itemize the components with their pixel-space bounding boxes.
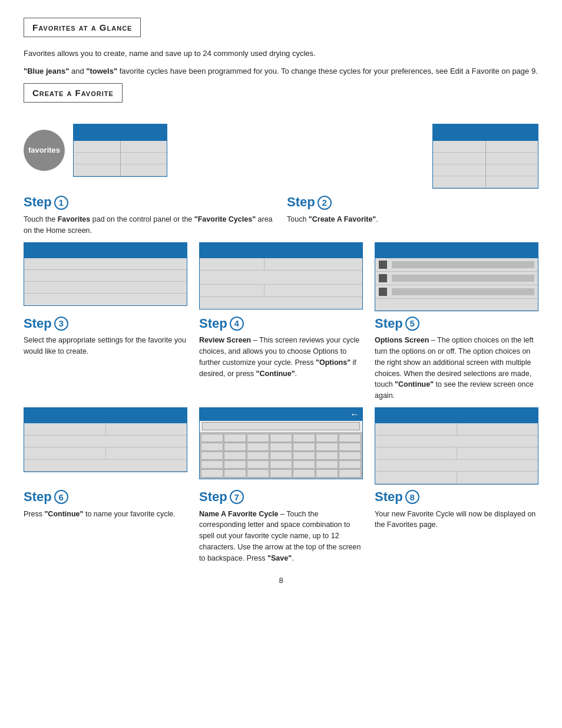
key [270, 469, 292, 477]
key [224, 443, 246, 451]
screen-top-bar: ← [200, 408, 362, 421]
table-row-plain-2 [24, 460, 187, 472]
favorites-icon: favorites [24, 130, 65, 171]
key [201, 460, 223, 469]
intro-paragraph-2: "Blue jeans" and "towels" favorite cycle… [24, 65, 538, 77]
key [224, 469, 246, 477]
key [339, 443, 361, 451]
table-row-3 [375, 472, 538, 484]
table-row-1 [24, 423, 187, 436]
step8-desc: Your new Favorite Cycle will now be disp… [375, 509, 538, 531]
key [224, 452, 246, 460]
option-checkbox-2 [379, 274, 387, 282]
key [247, 460, 269, 469]
option-checkbox-1 [379, 261, 387, 269]
step2-label-area: Step 2 Touch "Create A Favorite". [287, 193, 538, 236]
back-arrow-icon: ← [350, 408, 359, 421]
step5-label: Step 5 [375, 315, 538, 333]
step6-desc: Press "Continue" to name your favorite c… [24, 509, 187, 520]
step1-label-area: Step 1 Touch the Favorites pad on the co… [24, 193, 275, 236]
section-title-create: Create a Favorite [24, 83, 538, 113]
key-row-2 [201, 443, 361, 451]
key [201, 452, 223, 460]
key [201, 434, 223, 442]
screen-step5 [375, 242, 538, 311]
key-row-4 [201, 460, 361, 469]
step3-label-area: Step 3 Select the appropriate settings f… [24, 315, 187, 401]
step6-label: Step 6 [24, 488, 187, 506]
screen-step3 [24, 242, 187, 306]
keyboard-input-row [200, 421, 362, 433]
key [316, 452, 338, 460]
key [201, 469, 223, 477]
key [293, 452, 315, 460]
screen-top-bar [74, 124, 167, 141]
key [270, 460, 292, 469]
step2-screen-area [287, 124, 538, 189]
screen-step6-container [24, 407, 187, 485]
screen-step2 [432, 124, 538, 189]
key [247, 452, 269, 460]
key [224, 434, 246, 442]
table-row-1 [375, 423, 538, 436]
step5-desc: Options Screen – The option choices on t… [375, 335, 538, 401]
option-row-3 [375, 285, 538, 299]
key [247, 434, 269, 442]
step5-label-area: Step 5 Options Screen – The option choic… [375, 315, 538, 401]
step4-label-area: Step 4 Review Screen – This screen revie… [199, 315, 363, 401]
step8-label: Step 8 [375, 488, 538, 506]
step4-desc: Review Screen – This screen reviews your… [199, 335, 363, 379]
key [316, 434, 338, 442]
step7-label-area: Step 7 Name A Favorite Cycle – Touch the… [199, 488, 363, 564]
step7-label: Step 7 [199, 488, 363, 506]
screen-top-bar [375, 408, 538, 423]
option-text-2 [392, 275, 534, 282]
screen-step8-container [375, 407, 538, 485]
step2-label: Step 2 [287, 193, 538, 212]
option-row-1 [375, 258, 538, 272]
key [339, 452, 361, 460]
key-row-1 [201, 434, 361, 442]
screen-step7: ← [199, 407, 363, 479]
screen-top-bar [24, 243, 187, 258]
key [339, 434, 361, 442]
key [316, 460, 338, 469]
step3-desc: Select the appropriate settings for the … [24, 335, 187, 357]
keyboard-grid [200, 433, 362, 479]
screen-top-bar [375, 243, 538, 258]
screen-step7-container: ← [199, 407, 363, 485]
step8-label-area: Step 8 Your new Favorite Cycle will now … [375, 488, 538, 564]
screen-step4-container [199, 242, 363, 311]
option-row-2 [375, 272, 538, 285]
key [293, 460, 315, 469]
key [339, 469, 361, 477]
key [339, 460, 361, 469]
screen-step3-container [24, 242, 187, 311]
key [270, 452, 292, 460]
key [270, 443, 292, 451]
keyboard-input-field [202, 422, 360, 430]
key [293, 469, 315, 477]
key [293, 434, 315, 442]
table-row-2 [24, 447, 187, 460]
key [224, 460, 246, 469]
key-row-5 [201, 469, 361, 477]
option-checkbox-3 [379, 288, 387, 296]
step7-desc: Name A Favorite Cycle – Touch the corres… [199, 509, 363, 564]
key [247, 443, 269, 451]
option-row-plain [375, 299, 538, 311]
step1-intro-area: favorites [24, 124, 275, 177]
step6-label-area: Step 6 Press "Continue" to name your fav… [24, 488, 187, 564]
step1-label: Step 1 [24, 193, 275, 212]
screen-step4 [199, 242, 363, 309]
screen-step8 [375, 407, 538, 485]
screen-top-bar [24, 408, 187, 423]
key [270, 434, 292, 442]
screen-step5-container [375, 242, 538, 311]
key [247, 469, 269, 477]
screen-step6 [24, 407, 187, 472]
intro-paragraph-1: Favorites allows you to create, name and… [24, 48, 538, 60]
table-row-plain-1 [24, 436, 187, 447]
table-row-2 [375, 447, 538, 460]
option-text-1 [392, 261, 534, 268]
